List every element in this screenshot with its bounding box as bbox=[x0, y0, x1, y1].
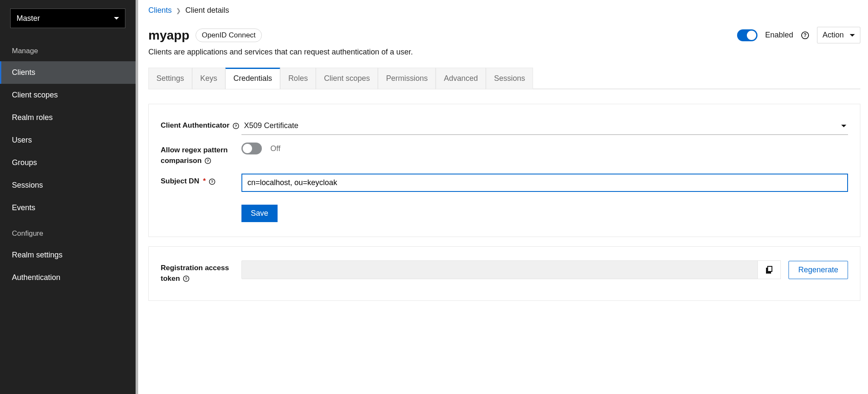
tab-keys[interactable]: Keys bbox=[192, 68, 225, 89]
sidebar-item-groups[interactable]: Groups bbox=[0, 151, 136, 174]
title-row: myapp OpenID Connect Enabled ? Action bbox=[148, 27, 860, 43]
sidebar-item-events[interactable]: Events bbox=[0, 197, 136, 219]
client-authenticator-row: Client Authenticator ? X509 Certificate bbox=[161, 118, 848, 135]
svg-text:?: ? bbox=[235, 123, 237, 128]
registration-token-label: Registration access token ? bbox=[161, 260, 241, 284]
client-authenticator-value: X509 Certificate bbox=[244, 121, 298, 130]
svg-text:?: ? bbox=[803, 32, 806, 38]
regex-switch-row: Off bbox=[241, 143, 848, 154]
toggle-knob bbox=[747, 31, 756, 40]
subject-dn-control bbox=[241, 174, 848, 192]
sidebar-item-authentication[interactable]: Authentication bbox=[0, 266, 136, 289]
registration-token-label-text: Registration access token bbox=[161, 264, 229, 283]
regex-label-text: Allow regex pattern comparison bbox=[161, 146, 228, 165]
client-authenticator-label-text: Client Authenticator bbox=[161, 121, 230, 129]
tabs-spacer bbox=[533, 68, 860, 89]
subject-dn-label-text: Subject DN bbox=[161, 177, 199, 185]
sidebar-section-configure: Configure bbox=[0, 219, 136, 244]
registration-token-row: Registration access token ? Regenera bbox=[161, 260, 848, 284]
breadcrumb: Clients ❯ Client details bbox=[148, 6, 860, 15]
registration-token-control: Regenerate bbox=[241, 260, 848, 279]
help-icon[interactable]: ? bbox=[209, 178, 216, 185]
realm-selector-label: Master bbox=[17, 14, 40, 23]
regenerate-button[interactable]: Regenerate bbox=[789, 261, 848, 279]
sidebar-item-sessions[interactable]: Sessions bbox=[0, 174, 136, 197]
breadcrumb-clients-link[interactable]: Clients bbox=[148, 6, 172, 15]
subject-dn-label: Subject DN * ? bbox=[161, 174, 241, 187]
svg-text:?: ? bbox=[211, 179, 213, 184]
caret-down-icon bbox=[114, 17, 119, 20]
credentials-panel: Client Authenticator ? X509 Certificate bbox=[148, 104, 860, 237]
sidebar: Master Manage Clients Client scopes Real… bbox=[0, 0, 138, 394]
sidebar-item-users[interactable]: Users bbox=[0, 129, 136, 151]
sidebar-item-client-scopes[interactable]: Client scopes bbox=[0, 84, 136, 106]
sidebar-item-realm-roles[interactable]: Realm roles bbox=[0, 106, 136, 129]
help-icon[interactable]: ? bbox=[183, 275, 190, 282]
switch-knob bbox=[243, 144, 252, 153]
sidebar-item-realm-settings[interactable]: Realm settings bbox=[0, 244, 136, 266]
tab-settings[interactable]: Settings bbox=[148, 68, 192, 89]
regex-switch[interactable] bbox=[241, 143, 262, 154]
tab-credentials[interactable]: Credentials bbox=[225, 68, 280, 89]
help-icon[interactable]: ? bbox=[204, 157, 211, 164]
caret-down-icon bbox=[841, 125, 846, 127]
save-label-spacer bbox=[161, 205, 241, 207]
client-authenticator-control: X509 Certificate bbox=[241, 118, 848, 135]
svg-text:?: ? bbox=[185, 277, 187, 281]
protocol-chip: OpenID Connect bbox=[196, 29, 262, 42]
save-row: Save bbox=[161, 205, 848, 222]
realm-selector-wrap: Master bbox=[0, 0, 136, 37]
help-icon[interactable]: ? bbox=[233, 123, 239, 129]
save-control: Save bbox=[241, 205, 848, 222]
registration-token-panel: Registration access token ? Regenera bbox=[148, 246, 860, 300]
required-asterisk: * bbox=[203, 177, 206, 185]
page-title: myapp bbox=[148, 28, 190, 43]
svg-text:?: ? bbox=[207, 158, 209, 163]
sidebar-manage-list: Clients Client scopes Realm roles Users … bbox=[0, 61, 136, 219]
regex-control: Off bbox=[241, 143, 848, 154]
tab-sessions[interactable]: Sessions bbox=[486, 68, 533, 89]
tab-client-scopes[interactable]: Client scopes bbox=[316, 68, 378, 89]
tab-permissions[interactable]: Permissions bbox=[378, 68, 436, 89]
tab-roles[interactable]: Roles bbox=[280, 68, 316, 89]
caret-down-icon bbox=[850, 34, 855, 37]
page-description: Clients are applications and services th… bbox=[148, 48, 860, 57]
action-dropdown-label: Action bbox=[823, 31, 844, 40]
chevron-right-icon: ❯ bbox=[176, 7, 181, 14]
action-dropdown[interactable]: Action bbox=[817, 27, 860, 43]
title-left: myapp OpenID Connect bbox=[148, 28, 262, 43]
title-actions: Enabled ? Action bbox=[737, 27, 860, 43]
regex-row: Allow regex pattern comparison ? Off bbox=[161, 143, 848, 166]
breadcrumb-current: Client details bbox=[185, 6, 229, 15]
main-content: Clients ❯ Client details myapp OpenID Co… bbox=[138, 0, 868, 394]
regex-switch-state: Off bbox=[270, 144, 281, 153]
tabs: Settings Keys Credentials Roles Client s… bbox=[148, 68, 860, 89]
registration-token-input[interactable] bbox=[241, 260, 758, 279]
help-icon[interactable]: ? bbox=[801, 31, 809, 40]
sidebar-configure-list: Realm settings Authentication bbox=[0, 244, 136, 289]
tab-advanced[interactable]: Advanced bbox=[436, 68, 486, 89]
client-authenticator-label: Client Authenticator ? bbox=[161, 118, 241, 131]
enabled-label: Enabled bbox=[765, 31, 793, 40]
save-button[interactable]: Save bbox=[241, 205, 278, 222]
enabled-toggle[interactable] bbox=[737, 29, 757, 41]
copy-icon bbox=[766, 266, 772, 274]
sidebar-section-manage: Manage bbox=[0, 37, 136, 61]
client-authenticator-select[interactable]: X509 Certificate bbox=[241, 118, 848, 135]
copy-token-button[interactable] bbox=[757, 260, 781, 279]
subject-dn-row: Subject DN * ? bbox=[161, 174, 848, 192]
subject-dn-input[interactable] bbox=[241, 174, 848, 192]
sidebar-item-clients[interactable]: Clients bbox=[0, 61, 136, 84]
realm-selector-dropdown[interactable]: Master bbox=[10, 9, 125, 28]
regex-label: Allow regex pattern comparison ? bbox=[161, 143, 241, 166]
